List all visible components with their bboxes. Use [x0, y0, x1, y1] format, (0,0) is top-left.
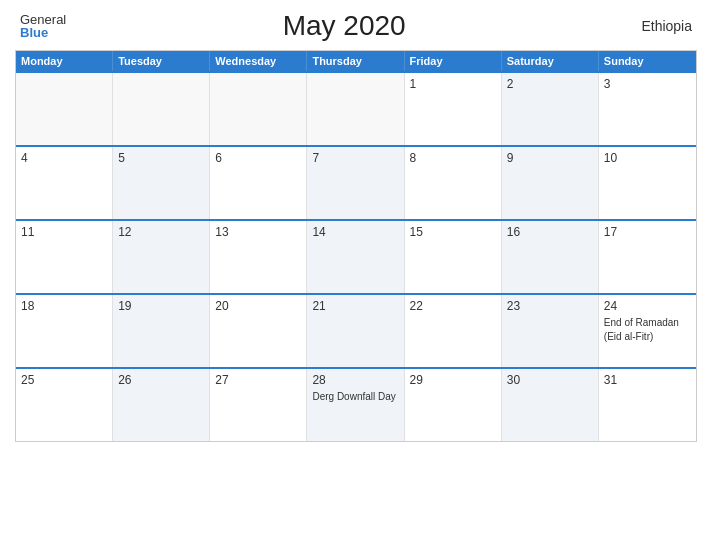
header-sunday: Sunday [599, 51, 696, 71]
day-16: 16 [502, 221, 599, 293]
day-12: 12 [113, 221, 210, 293]
day-30: 30 [502, 369, 599, 441]
logo: General Blue [20, 13, 66, 39]
country-label: Ethiopia [622, 18, 692, 34]
day-empty [16, 73, 113, 145]
day-19: 19 [113, 295, 210, 367]
day-empty [307, 73, 404, 145]
calendar-page: General Blue May 2020 Ethiopia Monday Tu… [0, 0, 712, 550]
day-21: 21 [307, 295, 404, 367]
day-2: 2 [502, 73, 599, 145]
day-empty [210, 73, 307, 145]
day-4: 4 [16, 147, 113, 219]
header-friday: Friday [405, 51, 502, 71]
day-25: 25 [16, 369, 113, 441]
day-29: 29 [405, 369, 502, 441]
day-7: 7 [307, 147, 404, 219]
day-26: 26 [113, 369, 210, 441]
day-5: 5 [113, 147, 210, 219]
day-14: 14 [307, 221, 404, 293]
week-row-1: 1 2 3 [16, 71, 696, 145]
week-row-4: 18 19 20 21 22 23 24 End of Ramadan (Eid… [16, 293, 696, 367]
day-1: 1 [405, 73, 502, 145]
header-monday: Monday [16, 51, 113, 71]
header-saturday: Saturday [502, 51, 599, 71]
day-22: 22 [405, 295, 502, 367]
day-28: 28 Derg Downfall Day [307, 369, 404, 441]
event-derg-downfall: Derg Downfall Day [312, 391, 395, 402]
calendar-header-row: Monday Tuesday Wednesday Thursday Friday… [16, 51, 696, 71]
day-10: 10 [599, 147, 696, 219]
event-end-of-ramadan: End of Ramadan (Eid al-Fitr) [604, 317, 679, 342]
day-13: 13 [210, 221, 307, 293]
day-18: 18 [16, 295, 113, 367]
day-23: 23 [502, 295, 599, 367]
day-20: 20 [210, 295, 307, 367]
day-empty [113, 73, 210, 145]
header-tuesday: Tuesday [113, 51, 210, 71]
day-8: 8 [405, 147, 502, 219]
day-27: 27 [210, 369, 307, 441]
calendar-header: General Blue May 2020 Ethiopia [15, 10, 697, 42]
calendar-grid: Monday Tuesday Wednesday Thursday Friday… [15, 50, 697, 442]
day-6: 6 [210, 147, 307, 219]
header-wednesday: Wednesday [210, 51, 307, 71]
week-row-5: 25 26 27 28 Derg Downfall Day 29 30 31 [16, 367, 696, 441]
week-row-2: 4 5 6 7 8 9 10 [16, 145, 696, 219]
logo-blue-text: Blue [20, 26, 66, 39]
day-31: 31 [599, 369, 696, 441]
day-15: 15 [405, 221, 502, 293]
week-row-3: 11 12 13 14 15 16 17 [16, 219, 696, 293]
calendar-title: May 2020 [66, 10, 622, 42]
header-thursday: Thursday [307, 51, 404, 71]
day-3: 3 [599, 73, 696, 145]
day-24: 24 End of Ramadan (Eid al-Fitr) [599, 295, 696, 367]
calendar-body: 1 2 3 4 5 6 7 8 9 10 11 12 13 14 15 16 [16, 71, 696, 441]
day-17: 17 [599, 221, 696, 293]
day-11: 11 [16, 221, 113, 293]
day-9: 9 [502, 147, 599, 219]
